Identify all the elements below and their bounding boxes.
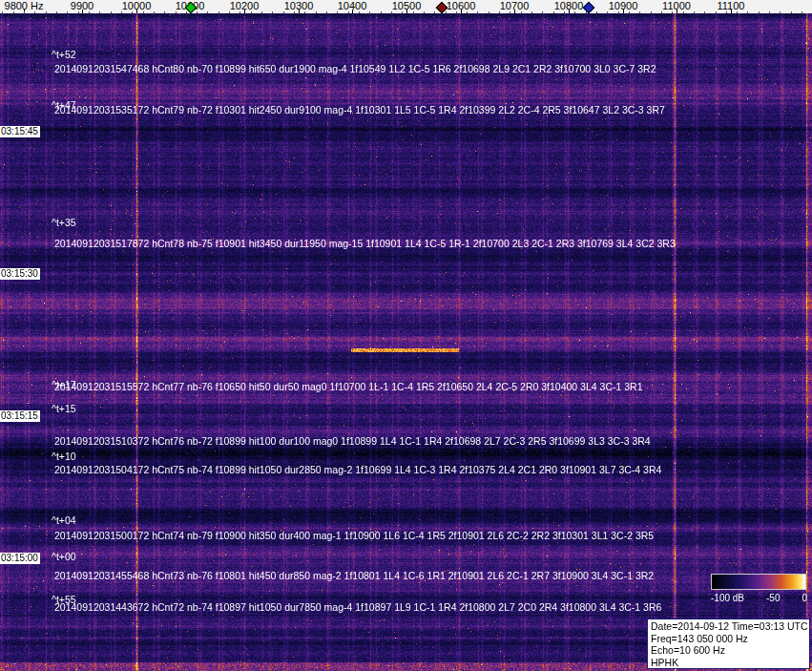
- frequency-axis: 9800 Hz990010000101001020010300104001050…: [0, 0, 812, 13]
- event-detection-record: 20140912031547468 hCnt80 nb-70 f10899 hi…: [54, 63, 656, 74]
- freq-tick-minor: [499, 11, 500, 13]
- freq-tick-minor: [283, 11, 284, 13]
- freq-tick-minor: [111, 11, 112, 13]
- event-time-marker: ^t+52: [52, 49, 76, 60]
- freq-tick-minor: [477, 11, 478, 13]
- freq-tick-minor: [348, 11, 349, 13]
- info-date-time: Date=2014-09-12 Time=03:13 UTC: [651, 620, 806, 633]
- freq-tick-minor: [316, 11, 317, 13]
- info-echo: Echo=10 600 Hz: [651, 644, 806, 657]
- freq-tick-minor: [337, 11, 338, 13]
- freq-tick-minor: [639, 11, 640, 13]
- colorbar-gradient: [711, 574, 806, 590]
- colorbar-mid-label: -50: [766, 593, 780, 603]
- freq-tick-major: [352, 10, 353, 13]
- freq-tick-minor: [67, 11, 68, 13]
- freq-tick-minor: [618, 11, 619, 13]
- freq-tick-minor: [769, 11, 770, 13]
- event-time-marker: ^t+00: [52, 551, 76, 562]
- time-tick-label: 03:15:30: [0, 268, 40, 280]
- freq-tick-major: [677, 10, 677, 13]
- freq-tick-minor: [489, 11, 489, 13]
- freq-tick-minor: [661, 11, 662, 13]
- freq-tick-minor: [574, 11, 575, 13]
- freq-tick-minor: [747, 11, 748, 13]
- freq-tick-minor: [391, 11, 392, 13]
- freq-tick-minor: [272, 11, 273, 13]
- freq-tick-major: [406, 10, 407, 13]
- freq-tick-minor: [629, 11, 630, 13]
- event-detection-record: 20140912031443672 hCnt72 nb-74 f10897 hi…: [54, 601, 661, 613]
- info-station: HPHK: [651, 657, 806, 669]
- freq-tick-minor: [553, 11, 554, 13]
- event-detection-record: 20140912031455468 hCnt73 nb-76 f10801 hi…: [54, 570, 654, 581]
- freq-tick-major: [514, 10, 515, 13]
- freq-tick-minor: [542, 11, 543, 13]
- time-tick-label: 03:15:00: [0, 553, 40, 564]
- freq-tick-minor: [564, 11, 565, 13]
- event-detection-record: 20140912031515572 hCnt77 nb-76 f10650 hi…: [54, 381, 642, 392]
- freq-tick-minor: [467, 11, 468, 13]
- freq-tick-minor: [424, 11, 425, 13]
- freq-tick-minor: [672, 11, 673, 13]
- freq-tick-minor: [304, 11, 305, 13]
- event-detection-record: 20140912031500172 hCnt74 nb-79 f10900 hi…: [54, 530, 654, 541]
- freq-tick-minor: [261, 11, 262, 13]
- freq-tick-minor: [186, 11, 187, 13]
- freq-tick-minor: [607, 11, 608, 13]
- event-detection-record: 20140912031510372 hCnt76 nb-72 f10899 hi…: [54, 435, 651, 447]
- freq-tick-minor: [596, 11, 597, 13]
- freq-tick-minor: [694, 11, 695, 13]
- event-detection-record: 20140912031504172 hCnt75 nb-74 f10899 hi…: [54, 464, 661, 475]
- freq-tick-minor: [531, 11, 532, 13]
- event-detection-record: 20140912031535172 hCnt79 nb-72 f10301 hi…: [54, 104, 665, 115]
- freq-tick-minor: [369, 11, 370, 13]
- info-frequency: Freq=143 050 000 Hz: [651, 633, 806, 645]
- freq-tick-minor: [381, 11, 382, 13]
- event-time-marker: ^t+35: [52, 217, 76, 228]
- freq-tick-minor: [704, 11, 705, 13]
- freq-tick-minor: [164, 11, 165, 13]
- freq-tick-minor: [219, 11, 219, 13]
- freq-tick-major: [299, 10, 300, 13]
- freq-tick-minor: [132, 11, 133, 13]
- freq-tick-minor: [510, 11, 510, 13]
- freq-tick-minor: [759, 11, 760, 13]
- freq-tick-minor: [46, 11, 47, 13]
- colorbar-labels: -100 dB -50 0: [711, 593, 807, 603]
- freq-tick-minor: [359, 11, 360, 13]
- observation-info-box: Date=2014-09-12 Time=03:13 UTC Freq=143 …: [647, 619, 810, 669]
- freq-tick-minor: [716, 11, 717, 13]
- freq-tick-major: [731, 10, 732, 13]
- freq-tick-minor: [456, 11, 457, 13]
- freq-tick-minor: [780, 11, 781, 13]
- freq-tick-minor: [802, 11, 802, 13]
- freq-tick-minor: [143, 11, 144, 13]
- freq-tick-minor: [521, 11, 522, 13]
- freq-tick-minor: [121, 11, 122, 13]
- freq-tick-minor: [651, 11, 652, 13]
- colorbar-max-label: 0: [802, 593, 807, 603]
- freq-tick-minor: [413, 11, 414, 13]
- spectrogram-display: 9800 Hz990010000101001020010300104001050…: [0, 0, 812, 671]
- freq-tick-minor: [229, 11, 230, 13]
- freq-tick-major: [569, 10, 570, 13]
- event-detection-record: 20140912031517872 hCnt78 nb-75 f10901 hi…: [54, 238, 676, 249]
- freq-tick-minor: [683, 11, 684, 13]
- freq-tick-minor: [434, 11, 435, 13]
- freq-tick-minor: [207, 11, 208, 13]
- freq-tick-minor: [154, 11, 155, 13]
- freq-tick-minor: [24, 11, 25, 13]
- event-time-marker: ^t+04: [52, 514, 76, 526]
- freq-tick-minor: [402, 11, 403, 13]
- freq-tick-major: [136, 10, 137, 13]
- freq-tick-major: [623, 10, 624, 13]
- freq-tick-minor: [446, 11, 447, 13]
- freq-tick-minor: [737, 11, 738, 13]
- freq-tick-minor: [326, 11, 327, 13]
- freq-tick-minor: [197, 11, 198, 13]
- freq-tick-minor: [34, 11, 35, 13]
- colorbar: -100 dB -50 0: [711, 574, 807, 603]
- freq-tick-minor: [56, 11, 57, 13]
- time-tick-label: 03:15:45: [0, 126, 40, 137]
